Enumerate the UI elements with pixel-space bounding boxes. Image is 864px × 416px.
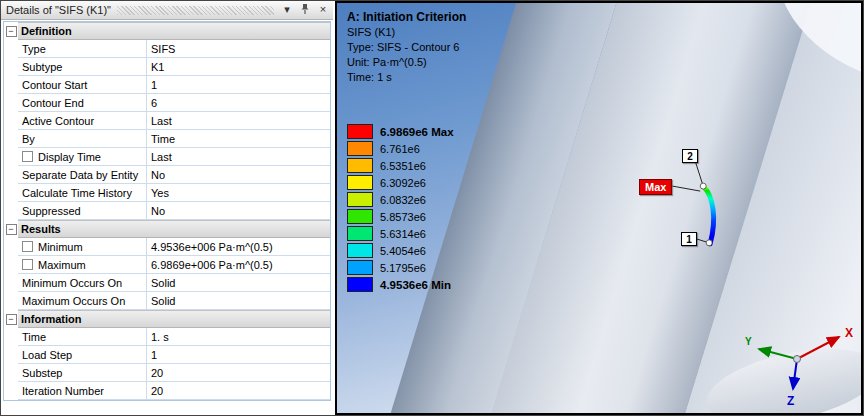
x-axis-arrow[interactable] xyxy=(797,337,839,359)
result-time: Time: 1 s xyxy=(347,70,466,85)
row-value[interactable]: 1 xyxy=(147,346,330,364)
table-row: Type SIFS xyxy=(4,40,330,58)
row-value[interactable]: Last xyxy=(147,148,330,166)
row-value[interactable]: K1 xyxy=(147,58,330,76)
row-label: Minimum xyxy=(38,241,83,253)
y-axis-label: Y xyxy=(745,336,752,347)
legend-item: 6.5351e6 xyxy=(347,157,454,174)
table-row: Maximum 6.9869e+006 Pa·m^(0.5) xyxy=(4,256,330,274)
legend-item: 5.8573e6 xyxy=(347,208,454,225)
graphics-viewport[interactable]: A: Initiation Criterion SIFS (K1) Type: … xyxy=(335,1,863,415)
result-type: Type: SIFS - Contour 6 xyxy=(347,40,466,55)
row-label: Contour End xyxy=(18,94,147,112)
legend-item: 5.6314e6 xyxy=(347,225,454,242)
row-value[interactable]: 1 xyxy=(147,76,330,94)
row-label: Type xyxy=(18,40,147,58)
table-row: Contour End 6 xyxy=(4,94,330,112)
table-row: Subtype K1 xyxy=(4,58,330,76)
row-label: Load Step xyxy=(18,346,147,364)
legend-color-swatch[interactable] xyxy=(347,277,373,292)
legend-value-label: 6.3092e6 xyxy=(380,177,426,189)
collapse-minus-icon[interactable]: − xyxy=(6,26,17,37)
row-value[interactable]: Yes xyxy=(147,184,330,202)
table-row: Contour Start 1 xyxy=(4,76,330,94)
close-icon[interactable]: × xyxy=(316,3,330,17)
row-value[interactable]: 20 xyxy=(147,382,330,400)
table-row: Time 1. s xyxy=(4,328,330,346)
z-axis-arrow[interactable] xyxy=(793,359,797,389)
analysis-title: A: Initiation Criterion xyxy=(347,10,466,25)
chevron-down-icon[interactable]: ▾ xyxy=(280,3,294,17)
details-panel-header[interactable]: Details of "SIFS (K1)" ▾ × xyxy=(1,1,333,20)
legend-color-swatch[interactable] xyxy=(347,209,373,224)
legend-color-swatch[interactable] xyxy=(347,175,373,190)
y-axis-arrow[interactable] xyxy=(759,349,797,359)
row-label: Subtype xyxy=(18,58,147,76)
legend-value-label: 5.1795e6 xyxy=(380,262,426,274)
row-value[interactable]: Time xyxy=(147,130,330,148)
legend-color-swatch[interactable] xyxy=(347,192,373,207)
legend-item: 5.4054e6 xyxy=(347,242,454,259)
minimum-checkbox[interactable] xyxy=(22,241,33,252)
row-value[interactable]: 6.9869e+006 Pa·m^(0.5) xyxy=(147,256,330,274)
panel-grip[interactable] xyxy=(117,6,274,15)
triad-origin[interactable] xyxy=(794,356,801,363)
row-label: Maximum Occurs On xyxy=(18,292,147,310)
legend-color-swatch[interactable] xyxy=(347,141,373,156)
row-value[interactable]: No xyxy=(147,166,330,184)
legend-value-label: 5.6314e6 xyxy=(380,228,426,240)
row-label: Display Time xyxy=(38,151,101,163)
table-row: Suppressed No xyxy=(4,202,330,220)
legend-item: 6.3092e6 xyxy=(347,174,454,191)
row-value[interactable]: 20 xyxy=(147,364,330,382)
row-value[interactable]: 6 xyxy=(147,94,330,112)
section-header-definition: − Definition xyxy=(4,22,330,40)
row-value[interactable]: Last xyxy=(147,112,330,130)
section-title: Definition xyxy=(18,22,330,40)
table-row: Minimum Occurs On Solid xyxy=(4,274,330,292)
row-value[interactable]: 4.9536e+006 Pa·m^(0.5) xyxy=(147,238,330,256)
coordinate-triad[interactable]: X Y Z xyxy=(739,317,863,411)
collapse-minus-icon[interactable]: − xyxy=(6,224,17,235)
row-value[interactable]: Solid xyxy=(147,274,330,292)
result-unit: Unit: Pa·m^(0.5) xyxy=(347,55,466,70)
section-header-information: − Information xyxy=(4,310,330,328)
x-axis-label: X xyxy=(845,326,853,340)
table-row: Separate Data by Entity No xyxy=(4,166,330,184)
max-annotation[interactable]: Max xyxy=(639,179,672,195)
legend-item: 4.9536e6 Min xyxy=(347,276,454,293)
row-value[interactable]: Solid xyxy=(147,292,330,310)
legend-color-swatch[interactable] xyxy=(347,260,373,275)
legend-color-swatch[interactable] xyxy=(347,158,373,173)
row-label: By xyxy=(18,130,147,148)
table-row: Active Contour Last xyxy=(4,112,330,130)
application-window: Details of "SIFS (K1)" ▾ × − Definition … xyxy=(0,0,864,416)
row-label: Maximum xyxy=(38,259,86,271)
maximum-checkbox[interactable] xyxy=(22,259,33,270)
legend-value-label: 6.0832e6 xyxy=(380,194,426,206)
table-row: Maximum Occurs On Solid xyxy=(4,292,330,310)
legend-color-swatch[interactable] xyxy=(347,124,373,139)
table-row: By Time xyxy=(4,130,330,148)
table-row: Iteration Number 20 xyxy=(4,382,330,400)
section-header-results: − Results xyxy=(4,220,330,238)
collapse-minus-icon[interactable]: − xyxy=(6,314,17,325)
legend-color-swatch[interactable] xyxy=(347,243,373,258)
contour-legend: 6.9869e6 Max 6.761e6 6.5351e6 6.3092e6 6… xyxy=(347,123,454,293)
row-label: Active Contour xyxy=(18,112,147,130)
pin-icon[interactable] xyxy=(298,3,312,17)
row-value[interactable]: 1. s xyxy=(147,328,330,346)
probe-annotation-2[interactable]: 2 xyxy=(682,149,698,163)
row-value[interactable]: SIFS xyxy=(147,40,330,58)
z-axis-label: Z xyxy=(787,394,794,408)
legend-value-label: 4.9536e6 Min xyxy=(380,279,451,291)
probe-annotation-1[interactable]: 1 xyxy=(681,232,697,246)
legend-item: 6.0832e6 xyxy=(347,191,454,208)
row-label: Separate Data by Entity xyxy=(18,166,147,184)
result-name: SIFS (K1) xyxy=(347,25,466,40)
legend-color-swatch[interactable] xyxy=(347,226,373,241)
row-value[interactable]: No xyxy=(147,202,330,220)
table-row: Minimum 4.9536e+006 Pa·m^(0.5) xyxy=(4,238,330,256)
display-time-checkbox[interactable] xyxy=(22,151,33,162)
row-label: Time xyxy=(18,328,147,346)
